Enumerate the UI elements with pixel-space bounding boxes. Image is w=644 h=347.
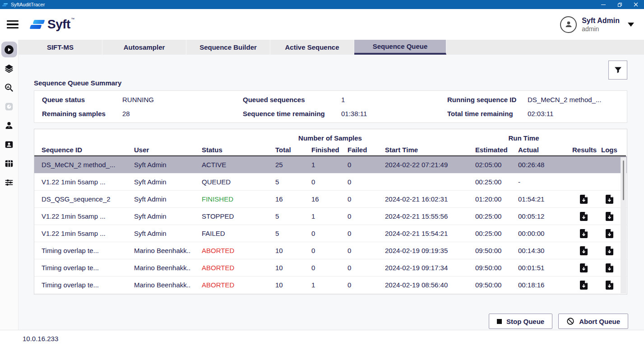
tab-sift-ms[interactable]: SIFT-MS [19, 40, 102, 55]
contact-badge-icon [4, 140, 14, 150]
sequence-time-remaining-value: 01:38:11 [341, 110, 447, 117]
sidebar-item-contact-card[interactable] [1, 136, 17, 152]
menu-button[interactable] [7, 19, 19, 31]
sidebar-item-run[interactable] [1, 42, 17, 57]
table-row[interactable]: Timing overlap te... Marino Beenhakk.. A… [34, 259, 627, 277]
file-download-icon [606, 229, 613, 238]
cell-actual: 01:54:21 [518, 195, 572, 203]
table-row[interactable]: V1.22 1min 5samp ... Syft Admin QUEUED 5… [34, 174, 627, 191]
user-name: Syft Admin [582, 17, 620, 25]
cell-status: FINISHED [202, 195, 275, 203]
close-button[interactable] [628, 0, 644, 9]
filter-button[interactable] [608, 61, 627, 80]
col-estimated: Estimated [475, 146, 518, 154]
chevron-down-icon[interactable] [628, 23, 634, 27]
title-bar: SyftAuditTracer [0, 0, 644, 9]
cell-user: Syft Admin [134, 230, 202, 237]
file-download-icon [580, 281, 588, 290]
col-results: Results [572, 146, 601, 154]
tab-sequence-queue[interactable]: Sequence Queue [354, 40, 446, 55]
app-header: Syft ™ Syft Admin admin [0, 9, 644, 40]
connection-status-icon [14, 336, 19, 341]
abort-queue-label: Abort Queue [579, 318, 620, 325]
cell-estimated: 00:25:00 [475, 178, 518, 186]
cell-status: ABORTED [202, 247, 275, 254]
cell-total: 5 [275, 178, 311, 186]
sidebar [0, 40, 19, 330]
sidebar-item-layers[interactable] [1, 61, 17, 76]
cell-user: Syft Admin [134, 195, 202, 203]
cell-estimated: 09:50:00 [475, 247, 518, 254]
table-row[interactable]: V1.22 1min 5samp ... Syft Admin FAILED 5… [34, 225, 627, 242]
table-row[interactable]: DS_MeCN_2 method_... Syft Admin ACTIVE 2… [34, 156, 627, 174]
cell-finished: 0 [311, 264, 347, 272]
cell-start-time: 2024-02-22 07:21:49 [385, 161, 475, 169]
user-menu[interactable]: Syft Admin admin [560, 16, 634, 33]
download-results-button[interactable] [572, 281, 601, 290]
abort-queue-button[interactable]: Abort Queue [558, 314, 628, 329]
sidebar-item-search-results[interactable] [1, 80, 17, 95]
cell-finished: 1 [311, 281, 347, 289]
cell-actual: 00:01:51 [518, 264, 572, 272]
cell-user: Marino Beenhakk.. [134, 264, 202, 272]
cell-total: 5 [275, 212, 311, 220]
cell-start-time: 2024-02-21 15:54:21 [385, 230, 475, 237]
cell-finished: 0 [311, 178, 347, 186]
table-row[interactable]: V1.22 1min 5samp ... Syft Admin STOPPED … [34, 208, 627, 225]
cell-sequence-id: V1.22 1min 5samp ... [42, 178, 134, 186]
tab-sequence-builder[interactable]: Sequence Builder [186, 40, 270, 55]
download-results-button[interactable] [572, 229, 601, 238]
sidebar-item-gauge-disabled [1, 98, 17, 114]
cell-start-time: 2024-02-21 16:02:31 [385, 195, 475, 203]
col-logs: Logs [601, 146, 624, 154]
minimize-button[interactable] [595, 0, 612, 9]
download-results-button[interactable] [572, 246, 601, 255]
col-failed: Failed [347, 146, 385, 154]
tab-active-sequence[interactable]: Active Sequence [270, 40, 354, 55]
instrument-ip: 10.0.16.233 [23, 335, 58, 342]
cell-user: Marino Beenhakk.. [134, 281, 202, 289]
cell-status: STOPPED [202, 212, 275, 220]
cell-actual: - [518, 178, 572, 186]
cell-user: Syft Admin [134, 178, 202, 186]
brand-name: Syft [47, 17, 70, 32]
tab-autosampler[interactable]: Autosampler [102, 40, 186, 55]
download-results-button[interactable] [572, 212, 601, 221]
cell-sequence-id: V1.22 1min 5samp ... [42, 230, 134, 237]
group-header-runtime: Run Time [475, 134, 572, 142]
download-results-button[interactable] [572, 195, 601, 204]
cell-start-time: 2024-02-19 08:56:40 [385, 281, 475, 289]
cell-actual: 00:00:00 [518, 230, 572, 237]
cell-actual: 00:26:48 [518, 161, 572, 169]
cell-status: ABORTED [202, 281, 275, 289]
sidebar-item-table[interactable] [1, 155, 17, 171]
user-icon [564, 19, 574, 29]
tab-bar: SIFT-MSAutosamplerSequence BuilderActive… [19, 40, 644, 55]
cell-total: 10 [275, 247, 311, 254]
queue-status-value: RUNNING [122, 96, 243, 103]
cell-failed: 0 [347, 195, 385, 203]
download-results-button[interactable] [572, 263, 601, 272]
summary-label: Total time remaining [447, 110, 528, 117]
col-start-time: Start Time [385, 146, 475, 154]
table-row[interactable]: Timing overlap te... Marino Beenhakk.. A… [34, 242, 627, 259]
cell-total: 10 [275, 281, 311, 289]
stop-queue-button[interactable]: Stop Queue [489, 314, 552, 329]
syft-logo-icon [30, 20, 44, 29]
cell-actual: 00:14:30 [518, 247, 572, 254]
table-row[interactable]: DS_QSG_sequence_2 Syft Admin FINISHED 16… [34, 191, 627, 208]
cell-status: ACTIVE [202, 161, 275, 169]
scrollbar-thumb[interactable] [623, 160, 624, 200]
maximize-button[interactable] [612, 0, 628, 9]
table-scrollbar[interactable] [621, 157, 626, 293]
sidebar-item-users[interactable] [1, 117, 17, 133]
queued-sequences-value: 1 [341, 96, 447, 103]
sidebar-item-settings[interactable] [1, 174, 17, 190]
summary-label: Running sequence ID [447, 96, 528, 103]
col-total: Total [275, 146, 311, 154]
tune-icon [4, 178, 14, 188]
cell-failed: 0 [347, 264, 385, 272]
table-row[interactable]: Timing overlap te... Marino Beenhakk.. A… [34, 277, 627, 294]
cell-sequence-id: Timing overlap te... [42, 281, 134, 289]
cell-total: 10 [275, 264, 311, 272]
